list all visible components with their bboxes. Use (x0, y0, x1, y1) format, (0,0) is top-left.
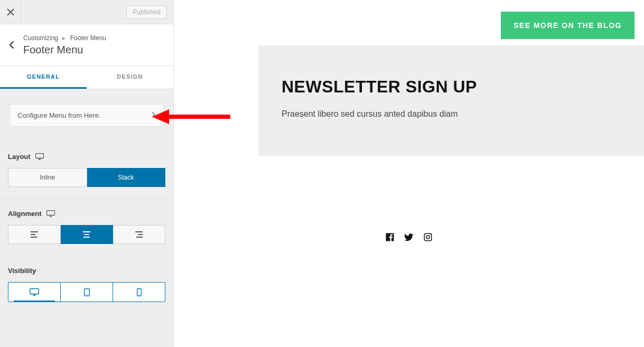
section-title: Footer Menu (23, 44, 164, 56)
svg-rect-7 (83, 237, 90, 238)
visibility-mobile[interactable] (113, 283, 165, 302)
svg-rect-4 (31, 237, 37, 238)
alignment-option-center[interactable] (61, 225, 113, 244)
chevron-right-icon (152, 111, 156, 119)
see-more-blog-button[interactable]: SEE MORE ON THE BLOG (501, 12, 634, 39)
newsletter-section: NEWSLETTER SIGN UP Praesent libero sed c… (258, 45, 644, 156)
twitter-icon[interactable] (404, 232, 414, 242)
newsletter-description: Praesent libero sed cursus anted dapibus… (282, 109, 621, 119)
svg-rect-5 (83, 231, 90, 232)
tabs: General Design (0, 66, 173, 89)
align-right-icon (135, 231, 143, 238)
social-icons (385, 232, 433, 242)
visibility-label: Visibility (8, 267, 36, 275)
layout-option-stack[interactable]: Stack (87, 168, 166, 187)
svg-rect-11 (30, 289, 39, 294)
svg-point-18 (430, 235, 431, 236)
section-header: Customizing ▸ Footer Menu Footer Menu (0, 24, 173, 66)
visibility-section: Visibility (0, 256, 173, 324)
preview-pane: SEE MORE ON THE BLOG NEWSLETTER SIGN UP … (174, 0, 644, 347)
visibility-options (8, 282, 165, 302)
chevron-left-icon (9, 41, 14, 49)
newsletter-title: NEWSLETTER SIGN UP (282, 77, 621, 97)
svg-rect-1 (46, 211, 54, 215)
configure-section: Configure Menu from Here. (0, 89, 173, 142)
svg-rect-8 (135, 231, 143, 232)
svg-rect-0 (35, 154, 43, 158)
alignment-label: Alignment (8, 210, 42, 218)
back-button[interactable] (0, 32, 23, 58)
customizer-sidebar: Published Customizing ▸ Footer Menu Foot… (0, 0, 174, 347)
layout-options: Inline Stack (8, 168, 165, 187)
svg-rect-2 (31, 231, 38, 232)
desktop-icon (35, 153, 44, 160)
svg-rect-9 (138, 234, 143, 235)
svg-rect-10 (136, 237, 143, 238)
visibility-tablet[interactable] (60, 283, 113, 302)
instagram-icon[interactable] (423, 232, 433, 242)
mobile-icon (137, 288, 142, 296)
published-button[interactable]: Published (126, 5, 167, 19)
svg-rect-6 (85, 234, 89, 235)
visibility-label-row: Visibility (8, 267, 165, 275)
layout-label-row: Layout (8, 153, 165, 161)
svg-point-13 (86, 294, 87, 295)
layout-label: Layout (8, 153, 31, 161)
alignment-option-left[interactable] (8, 225, 61, 244)
svg-point-15 (138, 294, 139, 295)
layout-option-inline[interactable]: Inline (8, 168, 87, 187)
align-center-icon (83, 231, 90, 238)
alignment-option-right[interactable] (113, 225, 165, 244)
breadcrumb-separator: ▸ (62, 34, 66, 42)
alignment-label-row: Alignment (8, 210, 165, 218)
close-button[interactable] (0, 0, 21, 24)
svg-rect-16 (424, 233, 432, 241)
breadcrumb-current: Footer Menu (70, 34, 106, 42)
alignment-section: Alignment (0, 199, 173, 256)
alignment-options (8, 225, 165, 244)
close-icon (7, 8, 14, 16)
tablet-icon (84, 288, 90, 296)
facebook-icon[interactable] (385, 232, 395, 242)
breadcrumb-root: Customizing (23, 34, 58, 42)
configure-menu-link[interactable]: Configure Menu from Here. (10, 104, 164, 127)
tab-general[interactable]: General (0, 66, 87, 89)
svg-rect-3 (31, 234, 35, 235)
desktop-icon (30, 288, 39, 296)
tab-design[interactable]: Design (87, 66, 173, 89)
align-left-icon (31, 231, 38, 238)
layout-section: Layout Inline Stack (0, 142, 173, 199)
visibility-desktop[interactable] (8, 283, 60, 302)
desktop-icon (46, 210, 55, 217)
breadcrumb: Customizing ▸ Footer Menu (23, 34, 164, 42)
configure-menu-label: Configure Menu from Here. (17, 111, 101, 119)
top-bar: Published (0, 0, 173, 24)
svg-point-17 (426, 236, 430, 239)
